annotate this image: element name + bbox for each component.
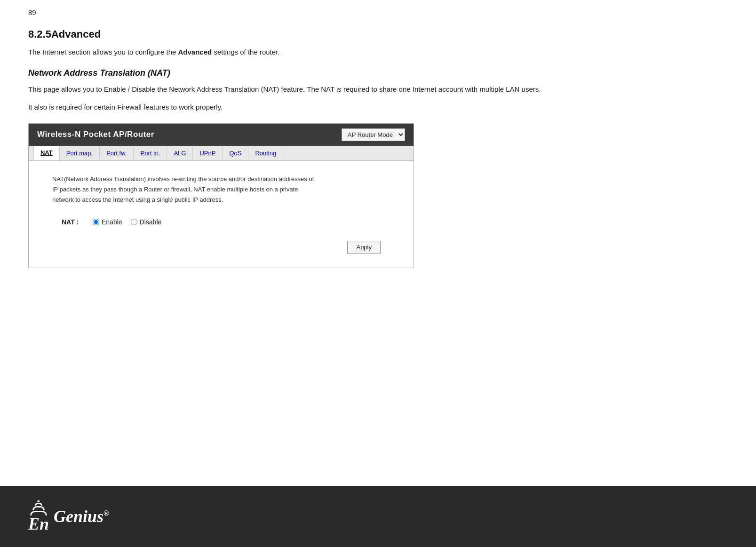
subsection-heading: Network Address Translation (NAT) <box>28 68 728 78</box>
tab-port-fw[interactable]: Port fw. <box>100 146 134 160</box>
radio-disable-label[interactable]: Disable <box>131 218 162 226</box>
footer-bar: En Genius® <box>0 486 756 547</box>
logo-genius: Genius® <box>54 507 109 526</box>
page-number: 89 <box>28 8 36 16</box>
body-text-2: It also is required for certain Firewall… <box>28 102 728 113</box>
nat-description: NAT(Network Address Translation) involve… <box>52 174 390 205</box>
radio-disable[interactable] <box>131 219 137 225</box>
tab-upnp[interactable]: UPnP <box>193 146 223 160</box>
router-ui-box: Wireless-N Pocket AP/Router AP Router Mo… <box>28 123 414 268</box>
intro-bold: Advanced <box>178 48 212 56</box>
mode-select[interactable]: AP Router Mode AP Mode Client Mode <box>342 128 405 141</box>
radio-enable-text: Enable <box>102 218 122 226</box>
radio-enable-label[interactable]: Enable <box>93 218 122 226</box>
tab-alg[interactable]: ALG <box>167 146 193 160</box>
tab-port-tri[interactable]: Port tri. <box>134 146 167 160</box>
tab-port-map[interactable]: Port map. <box>60 146 100 160</box>
tab-routing[interactable]: Routing <box>248 146 283 160</box>
apply-row: Apply <box>52 241 390 258</box>
body-text-1: This page allows you to Enable / Disable… <box>28 84 728 95</box>
router-titlebar: Wireless-N Pocket AP/Router AP Router Mo… <box>29 124 414 146</box>
radio-group: Enable Disable <box>93 218 161 226</box>
intro-paragraph: The Internet section allows you to confi… <box>28 47 728 58</box>
intro-text-after: settings of the router. <box>212 48 279 56</box>
section-heading: 8.2.5Advanced <box>28 28 728 40</box>
tab-nat[interactable]: NAT <box>33 146 60 160</box>
main-content: 8.2.5Advanced The Internet section allow… <box>28 28 728 268</box>
router-nav: NAT Port map. Port fw. Port tri. ALG UPn… <box>29 146 414 161</box>
section-heading-text: 8.2.5Advanced <box>28 28 101 40</box>
logo-en: En <box>28 515 49 532</box>
radio-enable[interactable] <box>93 219 99 225</box>
router-content: NAT(Network Address Translation) involve… <box>29 161 414 268</box>
tab-qos[interactable]: QoS <box>223 146 248 160</box>
nat-setting-row: NAT : Enable Disable <box>52 218 390 226</box>
apply-button[interactable]: Apply <box>347 241 381 254</box>
nat-label: NAT : <box>62 218 85 226</box>
router-title: Wireless-N Pocket AP/Router <box>37 130 154 139</box>
intro-text-before: The Internet section allows you to confi… <box>28 48 178 56</box>
radio-disable-text: Disable <box>140 218 162 226</box>
engenius-logo: En Genius® <box>28 500 109 532</box>
